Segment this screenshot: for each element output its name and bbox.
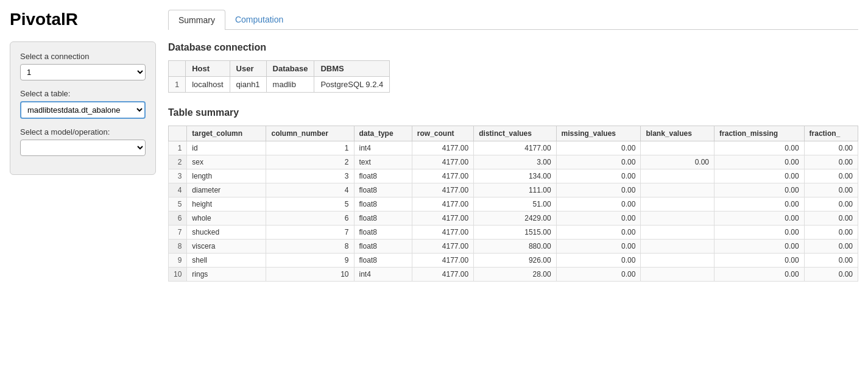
cell-target: rings bbox=[187, 268, 266, 282]
table-row: 7 shucked 7 float8 4177.00 1515.00 0.00 … bbox=[169, 225, 858, 240]
cell-missing: 0.00 bbox=[556, 225, 641, 240]
cell-missing: 0.00 bbox=[556, 254, 641, 268]
cell-target: height bbox=[187, 197, 266, 211]
cell-missing: 0.00 bbox=[556, 169, 641, 183]
cell-datatype: float8 bbox=[354, 254, 412, 268]
table-row: 5 height 5 float8 4177.00 51.00 0.00 0.0… bbox=[169, 197, 858, 211]
cell-datatype: int4 bbox=[354, 141, 412, 155]
cell-blank bbox=[641, 225, 715, 240]
table-label: Select a table: bbox=[20, 89, 146, 98]
cell-target: shell bbox=[187, 254, 266, 268]
cell-rowcount: 4177.00 bbox=[412, 155, 473, 169]
col-empty bbox=[169, 126, 187, 141]
cell-datatype: float8 bbox=[354, 225, 412, 240]
cell-frac-missing: 0.00 bbox=[715, 169, 805, 183]
cell-fraction: 0.00 bbox=[804, 183, 858, 197]
cell-distinct: 51.00 bbox=[474, 197, 556, 211]
row-num: 9 bbox=[169, 254, 187, 268]
cell-distinct: 134.00 bbox=[474, 169, 556, 183]
table-row: 1 localhost qianh1 madlib PostgreSQL 9.2… bbox=[169, 77, 390, 93]
model-select[interactable] bbox=[20, 140, 146, 156]
cell-distinct: 2429.00 bbox=[474, 211, 556, 225]
col-missing: missing_values bbox=[556, 126, 641, 141]
connection-select[interactable]: 1 bbox=[20, 64, 146, 80]
cell-colnum: 6 bbox=[266, 211, 354, 225]
cell-blank bbox=[641, 211, 715, 225]
cell-target: sex bbox=[187, 155, 266, 169]
cell-rowcount: 4177.00 bbox=[412, 240, 473, 254]
col-frac-missing: fraction_missing bbox=[715, 126, 805, 141]
row-num: 8 bbox=[169, 240, 187, 254]
connection-group: Select a connection 1 bbox=[20, 52, 146, 80]
row-num: 3 bbox=[169, 169, 187, 183]
table-row: 9 shell 9 float8 4177.00 926.00 0.00 0.0… bbox=[169, 254, 858, 268]
app-title: PivotalR bbox=[10, 10, 156, 29]
cell-distinct: 926.00 bbox=[474, 254, 556, 268]
col-colnum: column_number bbox=[266, 126, 354, 141]
sidebar-panel: Select a connection 1 Select a table: ma… bbox=[10, 41, 156, 175]
row-num: 1 bbox=[169, 77, 186, 93]
row-num: 1 bbox=[169, 141, 187, 155]
cell-fraction: 0.00 bbox=[804, 254, 858, 268]
cell-distinct: 28.00 bbox=[474, 268, 556, 282]
cell-fraction: 0.00 bbox=[804, 268, 858, 282]
cell-colnum: 3 bbox=[266, 169, 354, 183]
table-row: 8 viscera 8 float8 4177.00 880.00 0.00 0… bbox=[169, 240, 858, 254]
table-row: 6 whole 6 float8 4177.00 2429.00 0.00 0.… bbox=[169, 211, 858, 225]
cell-rowcount: 4177.00 bbox=[412, 254, 473, 268]
cell-blank bbox=[641, 141, 715, 155]
connection-label: Select a connection bbox=[20, 52, 146, 61]
table-row: 3 length 3 float8 4177.00 134.00 0.00 0.… bbox=[169, 169, 858, 183]
cell-colnum: 10 bbox=[266, 268, 354, 282]
cell-target: id bbox=[187, 141, 266, 155]
cell-frac-missing: 0.00 bbox=[715, 268, 805, 282]
cell-datatype: text bbox=[354, 155, 412, 169]
row-num: 6 bbox=[169, 211, 187, 225]
summary-table: target_column column_number data_type ro… bbox=[168, 126, 858, 282]
cell-missing: 0.00 bbox=[556, 211, 641, 225]
cell-colnum: 8 bbox=[266, 240, 354, 254]
cell-colnum: 5 bbox=[266, 197, 354, 211]
cell-blank: 0.00 bbox=[641, 155, 715, 169]
cell-host: localhost bbox=[186, 77, 230, 93]
table-section-title: Table summary bbox=[168, 107, 858, 118]
cell-frac-missing: 0.00 bbox=[715, 254, 805, 268]
cell-frac-missing: 0.00 bbox=[715, 183, 805, 197]
sidebar: PivotalR Select a connection 1 Select a … bbox=[10, 10, 156, 377]
cell-fraction: 0.00 bbox=[804, 240, 858, 254]
cell-fraction: 0.00 bbox=[804, 155, 858, 169]
cell-missing: 0.00 bbox=[556, 268, 641, 282]
cell-missing: 0.00 bbox=[556, 141, 641, 155]
col-distinct: distinct_values bbox=[474, 126, 556, 141]
table-section: Table summary target_column column_numbe… bbox=[168, 107, 858, 282]
cell-frac-missing: 0.00 bbox=[715, 211, 805, 225]
tabs: Summary Computation bbox=[168, 10, 858, 30]
db-col-database: Database bbox=[266, 61, 314, 77]
col-datatype: data_type bbox=[354, 126, 412, 141]
table-select[interactable]: madlibtestdata.dt_abalone bbox=[20, 101, 146, 119]
cell-datatype: int4 bbox=[354, 268, 412, 282]
tab-summary[interactable]: Summary bbox=[168, 10, 225, 30]
cell-rowcount: 4177.00 bbox=[412, 197, 473, 211]
db-col-dbms: DBMS bbox=[314, 61, 390, 77]
tab-computation[interactable]: Computation bbox=[225, 10, 293, 30]
db-col-user: User bbox=[230, 61, 266, 77]
cell-target: shucked bbox=[187, 225, 266, 240]
cell-distinct: 880.00 bbox=[474, 240, 556, 254]
cell-blank bbox=[641, 254, 715, 268]
cell-missing: 0.00 bbox=[556, 183, 641, 197]
cell-target: diameter bbox=[187, 183, 266, 197]
cell-target: viscera bbox=[187, 240, 266, 254]
cell-distinct: 4177.00 bbox=[474, 141, 556, 155]
col-rowcount: row_count bbox=[412, 126, 473, 141]
table-group: Select a table: madlibtestdata.dt_abalon… bbox=[20, 89, 146, 119]
cell-blank bbox=[641, 169, 715, 183]
db-section-title: Database connection bbox=[168, 42, 858, 53]
cell-rowcount: 4177.00 bbox=[412, 141, 473, 155]
cell-database: madlib bbox=[266, 77, 314, 93]
cell-colnum: 4 bbox=[266, 183, 354, 197]
cell-frac-missing: 0.00 bbox=[715, 197, 805, 211]
cell-target: length bbox=[187, 169, 266, 183]
cell-fraction: 0.00 bbox=[804, 141, 858, 155]
cell-datatype: float8 bbox=[354, 169, 412, 183]
